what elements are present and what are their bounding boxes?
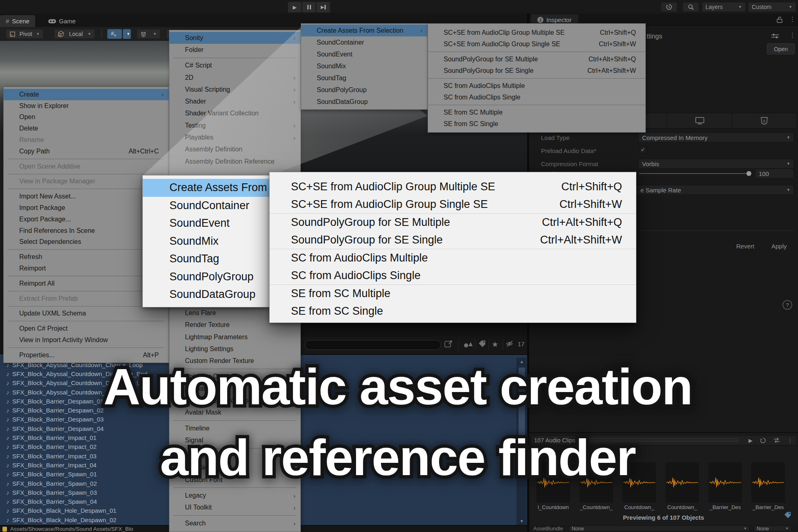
menu-item[interactable]: Shader › bbox=[169, 95, 300, 107]
menu-item[interactable]: Shader Variant Collection › bbox=[169, 108, 300, 119]
menu-item[interactable]: Brush › bbox=[169, 529, 300, 532]
assetbundle-dropdown[interactable]: None ▼ bbox=[569, 525, 750, 532]
audio-thumbnail[interactable]: _Barrier_Des bbox=[751, 462, 785, 510]
menu-item[interactable]: Assembly Definition › bbox=[169, 144, 300, 156]
kebab-menu-icon[interactable]: ⋮ bbox=[789, 32, 796, 39]
menu-item[interactable]: SC+SE from AudioClip Group Multiple SE C… bbox=[428, 27, 645, 38]
menu-item[interactable]: Search › bbox=[169, 517, 300, 529]
menu-item[interactable]: SoundPolyGroup for SE Multiple Ctrl+Alt+… bbox=[270, 214, 636, 231]
tag-icon[interactable] bbox=[784, 511, 792, 519]
menu-item[interactable]: SoundMix › bbox=[301, 60, 427, 72]
menu-item[interactable]: SC from AudioClips Multiple bbox=[428, 80, 645, 92]
shuffle-icon[interactable] bbox=[773, 437, 780, 443]
menu-item[interactable]: SoundEvent › bbox=[301, 48, 427, 60]
menu-item[interactable]: Lightmap Parameters › bbox=[169, 331, 300, 343]
menu-item[interactable]: SoundContainer › bbox=[301, 36, 427, 48]
lock-icon[interactable] bbox=[777, 16, 782, 23]
menu-item[interactable]: SoundPolyGroup › bbox=[301, 84, 427, 96]
menu-item[interactable]: SoundPolyGroup for SE Multiple Ctrl+Alt+… bbox=[428, 54, 645, 65]
sample-rate-dropdown[interactable]: e Sample Rate ▼ bbox=[619, 185, 794, 195]
local-dropdown[interactable]: Local ▼ bbox=[54, 29, 95, 39]
menu-item[interactable]: SoundPolyGroup for SE Single Ctrl+Alt+Sh… bbox=[428, 65, 645, 77]
tab-platform-webgl[interactable]: 5 bbox=[732, 113, 796, 128]
favorites-button[interactable]: ★ bbox=[491, 340, 498, 349]
open-button[interactable]: Open bbox=[767, 43, 795, 54]
apply-button[interactable]: Apply bbox=[771, 243, 787, 250]
menu-item[interactable]: SC from AudioClips Multiple bbox=[270, 249, 636, 267]
revert-button[interactable]: Revert bbox=[736, 243, 754, 250]
compression-dropdown[interactable]: Vorbis ▼ bbox=[638, 159, 794, 169]
menu-item[interactable]: View in Import Activity Window › bbox=[4, 334, 169, 346]
layout-dropdown[interactable]: Custom ▼ bbox=[748, 2, 796, 12]
step-button[interactable]: ▶ bbox=[316, 2, 330, 13]
hidden-count-button[interactable]: 17 bbox=[506, 340, 525, 348]
menu-item[interactable]: SoundTag › bbox=[301, 72, 427, 84]
menu-item[interactable]: SoundTag › bbox=[143, 250, 270, 268]
menu-item[interactable]: Open Scene Additive › bbox=[4, 161, 169, 172]
menu-item[interactable]: Testing › bbox=[169, 119, 300, 131]
presets-icon[interactable] bbox=[771, 33, 779, 39]
slider-handle[interactable] bbox=[746, 171, 751, 176]
label-filter-button[interactable] bbox=[478, 340, 487, 348]
loop-icon[interactable] bbox=[760, 437, 766, 444]
load-type-dropdown[interactable]: Compressed In Memory ▼ bbox=[638, 133, 794, 142]
tab-game[interactable]: Game bbox=[43, 15, 81, 27]
tab-scene[interactable]: # Scene bbox=[0, 15, 35, 27]
menu-item[interactable]: SoundDataGroup › bbox=[301, 96, 427, 108]
menu-item[interactable]: SE from SC Single bbox=[270, 302, 636, 320]
open-external-button[interactable] bbox=[444, 340, 453, 349]
menu-item[interactable]: Open › bbox=[4, 112, 169, 123]
menu-item[interactable]: C# Script › bbox=[169, 60, 300, 72]
menu-item[interactable]: Open C# Project › bbox=[4, 323, 169, 334]
pivot-dropdown[interactable]: Pivot ▼ bbox=[6, 29, 43, 39]
pause-button[interactable] bbox=[302, 2, 316, 13]
kebab-menu-icon[interactable]: ⋮ bbox=[787, 437, 793, 444]
menu-item[interactable]: Lighting Settings › bbox=[169, 343, 300, 355]
menu-item[interactable]: Delete › bbox=[4, 123, 169, 134]
menu-item[interactable]: UI Toolkit › bbox=[169, 502, 300, 514]
menu-item[interactable]: Legacy › bbox=[169, 489, 300, 501]
scroll-down-icon[interactable]: ▼ bbox=[517, 519, 527, 523]
menu-item[interactable]: Create Assets From Selection › bbox=[143, 179, 270, 197]
menu-item[interactable]: SoundPolyGroup for SE Single Ctrl+Alt+Sh… bbox=[270, 231, 636, 249]
menu-item[interactable]: SC+SE from AudioClip Group Multiple SE C… bbox=[270, 178, 636, 196]
menu-item[interactable]: SC from AudioClips Single bbox=[270, 267, 636, 284]
project-search-input[interactable] bbox=[305, 340, 441, 350]
search-button[interactable] bbox=[683, 2, 699, 12]
menu-item[interactable]: Show in Explorer › bbox=[4, 100, 169, 112]
menu-item[interactable]: Visual Scripting › bbox=[169, 83, 300, 95]
quality-slider[interactable] bbox=[639, 173, 749, 174]
menu-item[interactable]: SoundDataGroup › bbox=[143, 286, 270, 304]
tab-platform-standalone[interactable] bbox=[667, 113, 732, 128]
snap-toggle[interactable]: ▼ bbox=[137, 29, 160, 39]
grid-axis-toggle[interactable]: #Y bbox=[107, 29, 122, 39]
preload-checkbox[interactable]: ✓ bbox=[639, 146, 647, 153]
menu-item[interactable]: Assembly Definition Reference › bbox=[169, 156, 300, 167]
undo-history-button[interactable] bbox=[661, 2, 677, 12]
menu-item[interactable]: Rename › bbox=[4, 134, 169, 146]
menu-item[interactable]: Create Assets From Selection › bbox=[301, 25, 427, 36]
menu-item[interactable]: SoundMix › bbox=[143, 232, 270, 250]
audio-thumbnail[interactable]: Countdown_ bbox=[665, 462, 699, 510]
kebab-menu-icon[interactable]: ⋮ bbox=[789, 16, 796, 23]
menu-item[interactable]: Folder › bbox=[169, 44, 300, 56]
gizmos-button[interactable] bbox=[463, 340, 473, 349]
menu-item[interactable]: SoundContainer › bbox=[143, 197, 270, 215]
assetbundle-variant-dropdown[interactable]: None ▼ bbox=[754, 525, 791, 532]
menu-item[interactable]: SoundEvent › bbox=[143, 214, 270, 232]
menu-item[interactable]: SC from AudioClips Single bbox=[428, 92, 645, 103]
menu-item[interactable]: Sonity › bbox=[169, 32, 300, 44]
menu-item[interactable]: Create › bbox=[4, 89, 169, 100]
menu-item[interactable]: SC+SE from AudioClip Group Single SE Ctr… bbox=[270, 196, 636, 213]
grid-axis-dropdown[interactable]: ▼ bbox=[123, 29, 131, 39]
menu-item[interactable]: Playables › bbox=[169, 131, 300, 143]
menu-item[interactable]: 2D › bbox=[169, 72, 300, 83]
help-button[interactable]: ? bbox=[782, 300, 792, 310]
play-icon[interactable]: ▶ bbox=[748, 437, 753, 444]
menu-item[interactable]: SE from SC Single bbox=[428, 118, 645, 130]
menu-item[interactable]: SC+SE from AudioClip Group Single SE Ctr… bbox=[428, 38, 645, 50]
audio-thumbnail[interactable]: _Barrier_Des bbox=[708, 462, 742, 510]
menu-item[interactable]: SoundPolyGroup › bbox=[143, 268, 270, 286]
layers-dropdown[interactable]: Layers ▼ bbox=[702, 2, 746, 12]
menu-item[interactable]: SE from SC Multiple bbox=[428, 107, 645, 118]
